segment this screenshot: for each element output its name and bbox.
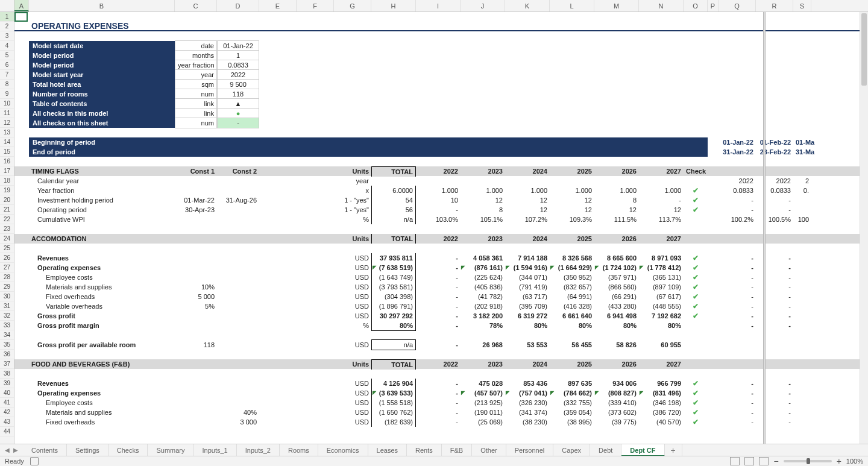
timeline[interactable]: 31-Jan-22 (719, 147, 756, 157)
row-header-3[interactable]: 3 (0, 31, 14, 41)
zoom-level[interactable]: 100% (846, 458, 863, 465)
add-sheet-button[interactable]: + (665, 444, 682, 456)
fnb-row[interactable]: Operating expenses (29, 388, 175, 398)
timeline[interactable]: 01-Jan-22 (719, 137, 756, 147)
col-header-R[interactable]: R (756, 0, 793, 11)
grid-area[interactable]: OPERATING EXPENSESModel start datedate01… (14, 12, 868, 444)
accom-row[interactable]: Fixed overheads (29, 292, 175, 301)
accom-row[interactable]: Variable overheads (29, 301, 175, 311)
check-icon[interactable]: ✔ (684, 301, 708, 311)
accom-row[interactable]: Revenues (29, 253, 175, 263)
row-header-35[interactable]: 35 (0, 340, 14, 350)
check-icon[interactable]: ✔ (684, 311, 708, 321)
col-header-S[interactable]: S (793, 0, 811, 11)
sheet-tab-inputs-2[interactable]: Inputs_2 (237, 444, 280, 456)
accom-row[interactable]: Employee costs (29, 272, 175, 282)
timeline[interactable]: 01-Feb-22 (756, 137, 793, 147)
row-header-2[interactable]: 2 (0, 22, 14, 31)
col-header-E[interactable]: E (259, 0, 297, 11)
sheet-tab-dept-cf[interactable]: Dept CF (621, 444, 664, 456)
row-header-24[interactable]: 24 (0, 234, 14, 244)
col-header-P[interactable]: P (708, 0, 719, 11)
model-unit[interactable]: num (175, 118, 217, 128)
row-header-38[interactable]: 38 (0, 369, 14, 379)
page-title[interactable]: OPERATING EXPENSES (29, 21, 175, 31)
zoom-in-icon[interactable]: + (837, 456, 841, 466)
check-icon[interactable]: ✔ (684, 398, 708, 408)
select-all-corner[interactable] (0, 0, 14, 11)
section-fnb[interactable]: FOOD AND BEVERAGES (F&B) (29, 359, 175, 369)
check-icon[interactable]: ✔ (684, 379, 708, 388)
row-header-32[interactable]: 32 (0, 311, 14, 321)
row-header-18[interactable]: 18 (0, 176, 14, 186)
check-icon[interactable]: ✔ (684, 205, 708, 215)
row-header-40[interactable]: 40 (0, 388, 14, 398)
row-header-36[interactable]: 36 (0, 350, 14, 359)
row-header-26[interactable]: 26 (0, 253, 14, 263)
col-header-Q[interactable]: Q (719, 0, 756, 11)
vertical-scrollbar[interactable] (860, 12, 868, 444)
sheet-tab-checks[interactable]: Checks (108, 444, 148, 456)
model-label[interactable]: Total hotel area (29, 80, 175, 89)
row-header-30[interactable]: 30 (0, 292, 14, 301)
sheet-tab-leases[interactable]: Leases (368, 444, 407, 456)
tab-prev-icon[interactable]: ◀ (5, 447, 10, 453)
col-header-A[interactable]: A (14, 0, 29, 11)
check-icon[interactable]: ✔ (684, 282, 708, 292)
model-label[interactable]: Model period (29, 51, 175, 60)
sheet-tab-inputs-1[interactable]: Inputs_1 (194, 444, 237, 456)
col-header-D[interactable]: D (217, 0, 259, 11)
row-header-44[interactable]: 44 (0, 427, 14, 436)
timing-row[interactable]: Operating period (29, 205, 175, 215)
row-header-16[interactable]: 16 (0, 157, 14, 166)
col-header-L[interactable]: L (550, 0, 594, 11)
period-band-eop[interactable]: End of period (29, 147, 175, 157)
row-header-21[interactable]: 21 (0, 205, 14, 215)
row-header-39[interactable]: 39 (0, 379, 14, 388)
accom-row[interactable]: Gross profit (29, 311, 175, 321)
col-header-I[interactable]: I (416, 0, 461, 11)
fnb-row[interactable]: Fixed overheads (29, 417, 175, 427)
check-icon[interactable]: ✔ (684, 292, 708, 301)
model-label[interactable]: Model start year (29, 70, 175, 80)
sheet-tab-rents[interactable]: Rents (407, 444, 442, 456)
timing-row[interactable]: Cumulative WPI (29, 215, 175, 224)
row-header-43[interactable]: 43 (0, 417, 14, 427)
section-accom[interactable]: ACCOMODATION (29, 234, 175, 244)
model-value[interactable]: - (217, 118, 259, 128)
row-header-25[interactable]: 25 (0, 244, 14, 253)
sheet-tab-other[interactable]: Other (472, 444, 506, 456)
freeze-pane-divider[interactable] (763, 12, 766, 444)
timing-row[interactable]: Year fraction (29, 186, 175, 195)
model-label[interactable]: Number of rooms (29, 89, 175, 99)
sheet-tab-capex[interactable]: Capex (553, 444, 590, 456)
view-page-break-icon[interactable] (759, 457, 769, 465)
period-band-bop[interactable]: Beginning of period (29, 137, 175, 147)
row-header-22[interactable]: 22 (0, 215, 14, 224)
col-header-K[interactable]: K (505, 0, 550, 11)
check-icon[interactable]: ✔ (684, 263, 708, 272)
check-icon[interactable]: ✔ (684, 388, 708, 398)
accom-row[interactable]: Operating expenses (29, 263, 175, 272)
model-label[interactable]: Model start date (29, 41, 175, 51)
row-header-11[interactable]: 11 (0, 109, 14, 118)
check-icon[interactable]: ✔ (684, 253, 708, 263)
tab-next-icon[interactable]: ▶ (13, 447, 18, 453)
fnb-row[interactable]: Revenues (29, 379, 175, 388)
row-header-9[interactable]: 9 (0, 89, 14, 99)
timeline[interactable]: 28-Feb-22 (756, 147, 793, 157)
timeline[interactable]: 01-Ma (793, 137, 811, 147)
check-icon[interactable]: ✔ (684, 195, 708, 205)
row-header-12[interactable]: 12 (0, 118, 14, 128)
sheet-tab-rooms[interactable]: Rooms (280, 444, 318, 456)
row-header-20[interactable]: 20 (0, 195, 14, 205)
sheet-tab-summary[interactable]: Summary (148, 444, 193, 456)
col-header-M[interactable]: M (594, 0, 639, 11)
row-header-27[interactable]: 27 (0, 263, 14, 272)
row-header-15[interactable]: 15 (0, 147, 14, 157)
view-normal-icon[interactable] (730, 457, 740, 465)
row-header-33[interactable]: 33 (0, 321, 14, 330)
row-header-23[interactable]: 23 (0, 224, 14, 234)
sheet-tab-personnel[interactable]: Personnel (506, 444, 554, 456)
zoom-slider[interactable] (784, 460, 832, 462)
